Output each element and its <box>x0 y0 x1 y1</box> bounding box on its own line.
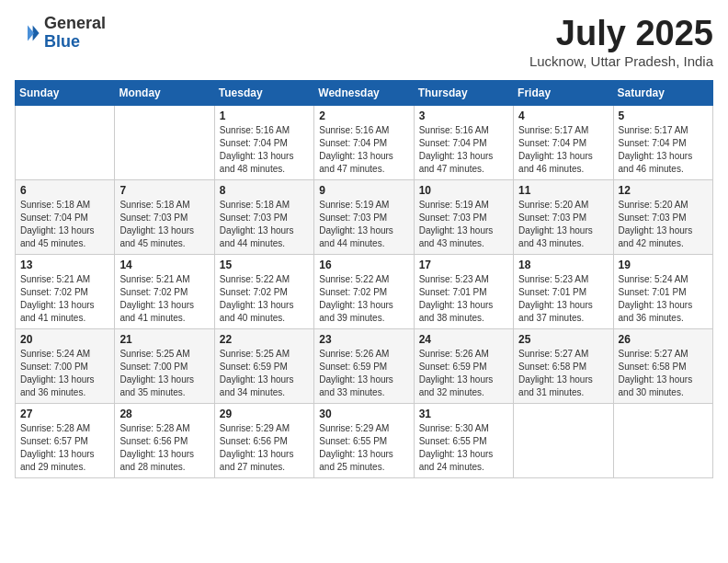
logo: General Blue <box>15 15 106 52</box>
title-block: July 2025 Lucknow, Uttar Pradesh, India <box>529 15 713 69</box>
day-number: 5 <box>619 109 708 122</box>
calendar-cell: 8Sunrise: 5:18 AM Sunset: 7:03 PM Daylig… <box>214 179 313 254</box>
logo-blue: Blue <box>44 32 80 51</box>
day-info: Sunrise: 5:25 AM Sunset: 6:59 PM Dayligh… <box>220 348 309 399</box>
calendar-cell: 5Sunrise: 5:17 AM Sunset: 7:04 PM Daylig… <box>613 105 712 179</box>
day-info: Sunrise: 5:24 AM Sunset: 7:01 PM Dayligh… <box>619 273 708 325</box>
day-info: Sunrise: 5:28 AM Sunset: 6:57 PM Dayligh… <box>20 422 109 474</box>
day-info: Sunrise: 5:16 AM Sunset: 7:04 PM Dayligh… <box>419 124 508 176</box>
weekday-header-row: SundayMondayTuesdayWednesdayThursdayFrid… <box>16 80 713 105</box>
calendar-week-row: 13Sunrise: 5:21 AM Sunset: 7:02 PM Dayli… <box>16 254 713 328</box>
day-info: Sunrise: 5:16 AM Sunset: 7:04 PM Dayligh… <box>319 124 408 176</box>
day-info: Sunrise: 5:23 AM Sunset: 7:01 PM Dayligh… <box>518 273 608 325</box>
day-number: 3 <box>419 109 508 122</box>
calendar-week-row: 27Sunrise: 5:28 AM Sunset: 6:57 PM Dayli… <box>16 403 713 477</box>
calendar-table: SundayMondayTuesdayWednesdayThursdayFrid… <box>15 80 713 478</box>
calendar-cell: 29Sunrise: 5:29 AM Sunset: 6:56 PM Dayli… <box>214 403 313 477</box>
day-number: 11 <box>518 184 608 197</box>
weekday-sunday: Sunday <box>16 80 115 105</box>
calendar-cell: 30Sunrise: 5:29 AM Sunset: 6:55 PM Dayli… <box>314 403 414 477</box>
day-number: 19 <box>619 259 708 271</box>
day-number: 29 <box>220 408 309 420</box>
calendar-cell: 24Sunrise: 5:26 AM Sunset: 6:59 PM Dayli… <box>414 328 513 403</box>
calendar-cell: 6Sunrise: 5:18 AM Sunset: 7:04 PM Daylig… <box>16 179 115 254</box>
weekday-thursday: Thursday <box>414 80 513 105</box>
calendar-cell: 18Sunrise: 5:23 AM Sunset: 7:01 PM Dayli… <box>514 254 613 328</box>
day-number: 9 <box>319 184 408 197</box>
day-info: Sunrise: 5:19 AM Sunset: 7:03 PM Dayligh… <box>319 199 408 250</box>
day-number: 6 <box>20 184 109 197</box>
location-title: Lucknow, Uttar Pradesh, India <box>529 53 713 69</box>
day-number: 18 <box>518 259 608 271</box>
day-info: Sunrise: 5:24 AM Sunset: 7:00 PM Dayligh… <box>20 348 109 399</box>
day-number: 13 <box>20 259 109 271</box>
calendar-cell: 16Sunrise: 5:22 AM Sunset: 7:02 PM Dayli… <box>314 254 414 328</box>
day-info: Sunrise: 5:23 AM Sunset: 7:01 PM Dayligh… <box>419 273 508 325</box>
day-number: 20 <box>20 333 109 346</box>
calendar-body: 1Sunrise: 5:16 AM Sunset: 7:04 PM Daylig… <box>16 105 713 477</box>
day-info: Sunrise: 5:26 AM Sunset: 6:59 PM Dayligh… <box>419 348 508 399</box>
calendar-cell: 9Sunrise: 5:19 AM Sunset: 7:03 PM Daylig… <box>314 179 414 254</box>
calendar-cell: 25Sunrise: 5:27 AM Sunset: 6:58 PM Dayli… <box>514 328 613 403</box>
calendar-cell: 22Sunrise: 5:25 AM Sunset: 6:59 PM Dayli… <box>214 328 313 403</box>
logo-icon <box>15 20 40 46</box>
page-header: General Blue July 2025 Lucknow, Uttar Pr… <box>15 15 713 69</box>
day-info: Sunrise: 5:20 AM Sunset: 7:03 PM Dayligh… <box>518 199 608 250</box>
calendar-cell: 2Sunrise: 5:16 AM Sunset: 7:04 PM Daylig… <box>314 105 414 179</box>
calendar-cell <box>613 403 712 477</box>
calendar-cell: 13Sunrise: 5:21 AM Sunset: 7:02 PM Dayli… <box>16 254 115 328</box>
day-number: 17 <box>419 259 508 271</box>
calendar-cell: 19Sunrise: 5:24 AM Sunset: 7:01 PM Dayli… <box>613 254 712 328</box>
weekday-tuesday: Tuesday <box>214 80 313 105</box>
calendar-cell: 3Sunrise: 5:16 AM Sunset: 7:04 PM Daylig… <box>414 105 513 179</box>
day-number: 21 <box>119 333 209 346</box>
calendar-cell: 12Sunrise: 5:20 AM Sunset: 7:03 PM Dayli… <box>613 179 712 254</box>
month-title: July 2025 <box>529 15 713 53</box>
logo-general: General <box>44 14 106 32</box>
day-number: 12 <box>619 184 708 197</box>
day-number: 25 <box>518 333 608 346</box>
day-number: 28 <box>119 408 209 420</box>
day-info: Sunrise: 5:17 AM Sunset: 7:04 PM Dayligh… <box>619 124 708 176</box>
day-info: Sunrise: 5:16 AM Sunset: 7:04 PM Dayligh… <box>220 124 309 176</box>
calendar-cell <box>514 403 613 477</box>
day-number: 2 <box>319 109 408 122</box>
calendar-cell <box>115 105 214 179</box>
calendar-cell: 15Sunrise: 5:22 AM Sunset: 7:02 PM Dayli… <box>214 254 313 328</box>
day-number: 15 <box>220 259 309 271</box>
day-info: Sunrise: 5:18 AM Sunset: 7:04 PM Dayligh… <box>20 199 109 250</box>
calendar-cell: 14Sunrise: 5:21 AM Sunset: 7:02 PM Dayli… <box>115 254 214 328</box>
day-number: 16 <box>319 259 408 271</box>
calendar-cell: 10Sunrise: 5:19 AM Sunset: 7:03 PM Dayli… <box>414 179 513 254</box>
calendar-cell: 11Sunrise: 5:20 AM Sunset: 7:03 PM Dayli… <box>514 179 613 254</box>
day-info: Sunrise: 5:21 AM Sunset: 7:02 PM Dayligh… <box>119 273 209 325</box>
day-info: Sunrise: 5:29 AM Sunset: 6:56 PM Dayligh… <box>220 422 309 474</box>
day-info: Sunrise: 5:28 AM Sunset: 6:56 PM Dayligh… <box>119 422 209 474</box>
day-number: 27 <box>20 408 109 420</box>
day-number: 14 <box>119 259 209 271</box>
day-info: Sunrise: 5:18 AM Sunset: 7:03 PM Dayligh… <box>220 199 309 250</box>
day-info: Sunrise: 5:22 AM Sunset: 7:02 PM Dayligh… <box>220 273 309 325</box>
day-info: Sunrise: 5:19 AM Sunset: 7:03 PM Dayligh… <box>419 199 508 250</box>
day-info: Sunrise: 5:22 AM Sunset: 7:02 PM Dayligh… <box>319 273 408 325</box>
day-number: 31 <box>419 408 508 420</box>
weekday-wednesday: Wednesday <box>314 80 414 105</box>
weekday-saturday: Saturday <box>613 80 712 105</box>
day-number: 30 <box>319 408 408 420</box>
day-number: 26 <box>619 333 708 346</box>
calendar-cell <box>16 105 115 179</box>
day-number: 22 <box>220 333 309 346</box>
day-number: 1 <box>220 109 309 122</box>
calendar-cell: 1Sunrise: 5:16 AM Sunset: 7:04 PM Daylig… <box>214 105 313 179</box>
day-info: Sunrise: 5:20 AM Sunset: 7:03 PM Dayligh… <box>619 199 708 250</box>
day-info: Sunrise: 5:27 AM Sunset: 6:58 PM Dayligh… <box>619 348 708 399</box>
day-info: Sunrise: 5:18 AM Sunset: 7:03 PM Dayligh… <box>119 199 209 250</box>
weekday-friday: Friday <box>514 80 613 105</box>
calendar-cell: 21Sunrise: 5:25 AM Sunset: 7:00 PM Dayli… <box>115 328 214 403</box>
calendar-cell: 27Sunrise: 5:28 AM Sunset: 6:57 PM Dayli… <box>16 403 115 477</box>
calendar-cell: 26Sunrise: 5:27 AM Sunset: 6:58 PM Dayli… <box>613 328 712 403</box>
calendar-week-row: 20Sunrise: 5:24 AM Sunset: 7:00 PM Dayli… <box>16 328 713 403</box>
day-info: Sunrise: 5:30 AM Sunset: 6:55 PM Dayligh… <box>419 422 508 474</box>
calendar-cell: 23Sunrise: 5:26 AM Sunset: 6:59 PM Dayli… <box>314 328 414 403</box>
day-number: 4 <box>518 109 608 122</box>
